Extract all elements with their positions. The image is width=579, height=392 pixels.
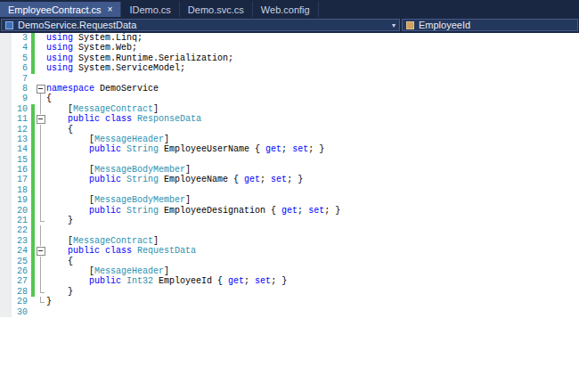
glyph-margin[interactable]	[0, 144, 12, 154]
code-editor[interactable]: 3using System.Linq;4using System.Web;5us…	[0, 33, 579, 392]
code-text[interactable]: }	[46, 287, 579, 297]
code-line: 27 public Int32 EmployeeId { get; set; }	[0, 276, 579, 286]
glyph-margin[interactable]	[0, 94, 12, 103]
glyph-margin[interactable]	[0, 216, 12, 225]
glyph-margin[interactable]	[0, 225, 12, 235]
line-number: 5	[12, 53, 31, 63]
outlining-margin	[35, 53, 46, 63]
glyph-margin[interactable]	[0, 63, 12, 73]
code-text[interactable]: public Int32 EmployeeId { get; set; }	[46, 276, 579, 286]
code-text[interactable]: {	[46, 125, 579, 135]
glyph-margin[interactable]	[0, 43, 12, 53]
glyph-margin[interactable]	[0, 114, 12, 124]
glyph-margin[interactable]	[0, 297, 12, 306]
code-line: 6using System.ServiceModel;	[0, 63, 579, 73]
code-text[interactable]: namespace DemoService	[46, 84, 579, 94]
code-text[interactable]: {	[46, 257, 579, 266]
glyph-margin[interactable]	[0, 246, 12, 256]
code-text[interactable]	[46, 74, 579, 84]
code-text[interactable]: public class RequestData	[46, 246, 579, 256]
code-line: 17 public String EmployeeName { get; set…	[0, 175, 579, 184]
glyph-margin[interactable]	[0, 135, 12, 144]
outlining-margin	[35, 63, 46, 73]
code-text[interactable]: [MessageHeader]	[46, 135, 579, 144]
outlining-margin	[35, 125, 46, 135]
outlining-margin	[35, 297, 46, 306]
glyph-margin[interactable]	[0, 84, 12, 94]
code-text[interactable]: using System.Web;	[46, 43, 579, 53]
code-text[interactable]: using System.ServiceModel;	[46, 63, 579, 73]
line-number: 22	[12, 225, 31, 235]
line-number: 8	[12, 84, 31, 94]
code-line: 18	[0, 185, 579, 195]
glyph-margin[interactable]	[0, 307, 12, 317]
glyph-margin[interactable]	[0, 185, 12, 195]
line-number: 30	[12, 307, 31, 317]
code-text[interactable]: public String EmployeeDesignation { get;…	[46, 206, 579, 216]
glyph-margin[interactable]	[0, 287, 12, 297]
outlining-margin	[35, 266, 46, 276]
tab-employeecontract-cs[interactable]: EmployeeContract.cs×	[0, 2, 121, 17]
code-text[interactable]: [MessageHeader]	[46, 266, 579, 276]
code-text[interactable]	[46, 155, 579, 165]
collapse-toggle-icon[interactable]	[35, 114, 46, 124]
code-text[interactable]: }	[46, 297, 579, 306]
outlining-margin	[35, 94, 46, 103]
tab-demo-svc-cs[interactable]: Demo.svc.cs	[180, 2, 253, 17]
outlining-margin	[35, 33, 46, 43]
code-line: 15	[0, 155, 579, 165]
line-number: 4	[12, 43, 31, 53]
glyph-margin[interactable]	[0, 165, 12, 175]
code-line: 11 public class ResponseData	[0, 114, 579, 124]
tab-label: EmployeeContract.cs	[8, 4, 102, 15]
code-line: 20 public String EmployeeDesignation { g…	[0, 206, 579, 216]
outlining-margin	[35, 135, 46, 144]
glyph-margin[interactable]	[0, 206, 12, 216]
code-text[interactable]: public String EmployeeUserName { get; se…	[46, 144, 579, 154]
glyph-margin[interactable]	[0, 276, 12, 286]
line-number: 23	[12, 236, 31, 246]
glyph-margin[interactable]	[0, 175, 12, 184]
line-number: 9	[12, 94, 31, 103]
outlining-margin	[35, 257, 46, 266]
glyph-margin[interactable]	[0, 125, 12, 135]
code-text[interactable]: using System.Linq;	[46, 33, 579, 43]
code-text[interactable]	[46, 225, 579, 235]
code-line: 30	[0, 307, 579, 317]
line-number: 27	[12, 276, 31, 286]
code-text[interactable]	[46, 185, 579, 195]
glyph-margin[interactable]	[0, 236, 12, 246]
code-text[interactable]: [MessageContract]	[46, 236, 579, 246]
glyph-margin[interactable]	[0, 155, 12, 165]
glyph-margin[interactable]	[0, 53, 12, 63]
tab-close-icon[interactable]: ×	[108, 5, 113, 14]
code-text[interactable]: public class ResponseData	[46, 114, 579, 124]
code-line: 4using System.Web;	[0, 43, 579, 53]
glyph-margin[interactable]	[0, 257, 12, 266]
outlining-margin	[35, 74, 46, 84]
code-text[interactable]: [MessageContract]	[46, 104, 579, 114]
outlining-margin	[35, 104, 46, 114]
code-text[interactable]: [MessageBodyMember]	[46, 165, 579, 175]
code-text[interactable]	[46, 307, 579, 317]
collapse-toggle-icon[interactable]	[35, 84, 46, 94]
glyph-margin[interactable]	[0, 74, 12, 84]
tab-web-config[interactable]: Web.config	[253, 2, 319, 17]
code-line: 10 [MessageContract]	[0, 104, 579, 114]
member-dropdown[interactable]: EmployeeId	[402, 19, 578, 31]
line-number: 11	[12, 114, 31, 124]
glyph-margin[interactable]	[0, 266, 12, 276]
collapse-toggle-icon[interactable]	[35, 246, 46, 256]
code-text[interactable]: public String EmployeeName { get; set; }	[46, 175, 579, 184]
type-dropdown[interactable]: DemoService.RequestData ▾	[1, 19, 400, 31]
code-text[interactable]: using System.Runtime.Serialization;	[46, 53, 579, 63]
chevron-down-icon[interactable]: ▾	[387, 21, 396, 29]
code-text[interactable]: [MessageBodyMember]	[46, 195, 579, 205]
glyph-margin[interactable]	[0, 33, 12, 43]
code-text[interactable]: }	[46, 216, 579, 225]
glyph-margin[interactable]	[0, 104, 12, 114]
code-text[interactable]: {	[46, 94, 579, 103]
glyph-margin[interactable]	[0, 195, 12, 205]
tab-idemo-cs[interactable]: IDemo.cs	[121, 2, 179, 17]
outlining-margin	[35, 276, 46, 286]
